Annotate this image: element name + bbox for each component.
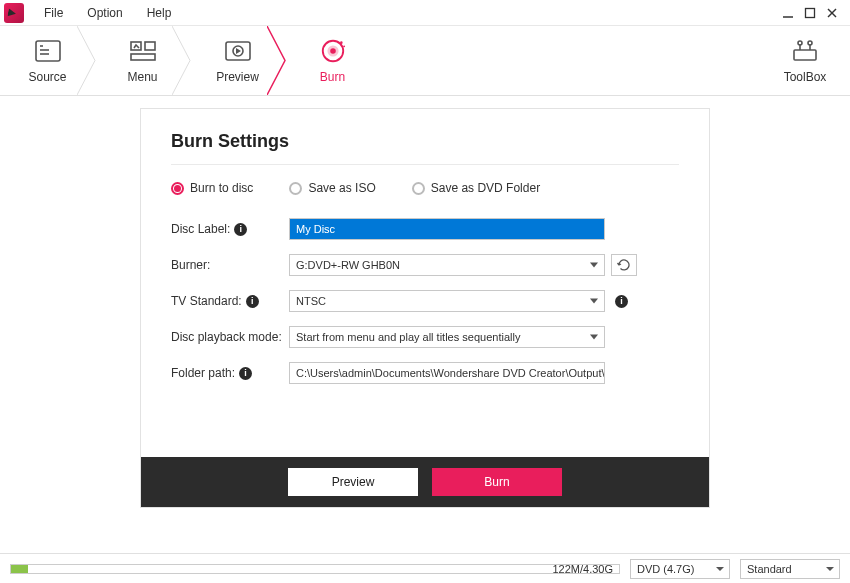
menu-help[interactable]: Help (135, 6, 184, 20)
svg-rect-10 (131, 54, 155, 60)
tab-menu-label: Menu (127, 70, 157, 84)
radio-icon (412, 182, 425, 195)
maximize-icon[interactable] (802, 5, 818, 21)
tv-standard-label: TV Standard: i (171, 294, 289, 308)
menu-file[interactable]: File (32, 6, 75, 20)
folder-path-field[interactable]: C:\Users\admin\Documents\Wondershare DVD… (289, 362, 605, 384)
svg-rect-1 (806, 8, 815, 17)
app-logo-icon (4, 3, 24, 23)
burn-settings-panel: Burn Settings Burn to disc Save as ISO S… (140, 108, 710, 508)
tab-source-label: Source (28, 70, 66, 84)
preview-button[interactable]: Preview (288, 468, 418, 496)
refresh-burner-button[interactable] (611, 254, 637, 276)
disc-usage-fill (11, 565, 28, 573)
info-icon[interactable]: i (239, 367, 252, 380)
burner-select[interactable]: G:DVD+-RW GHB0N (289, 254, 605, 276)
tab-source[interactable]: Source (0, 26, 95, 95)
tab-burn-label: Burn (320, 70, 345, 84)
playback-mode-select[interactable]: Start from menu and play all titles sequ… (289, 326, 605, 348)
folder-path-label: Folder path: i (171, 366, 289, 380)
disc-usage-bar: 122M/4.30G (10, 564, 620, 574)
tab-preview[interactable]: Preview (190, 26, 285, 95)
minimize-icon[interactable] (780, 5, 796, 21)
preview-icon (225, 38, 251, 64)
disc-usage-text: 122M/4.30G (552, 563, 613, 575)
refresh-icon (617, 258, 631, 272)
panel-title: Burn Settings (141, 109, 709, 164)
radio-burn-to-disc[interactable]: Burn to disc (171, 181, 253, 195)
tab-preview-label: Preview (216, 70, 259, 84)
menu-bar: File Option Help (0, 0, 850, 26)
quality-select[interactable]: Standard (740, 559, 840, 579)
burn-icon (320, 38, 346, 64)
menu-icon (130, 38, 156, 64)
svg-point-18 (343, 45, 345, 47)
svg-point-16 (330, 48, 336, 54)
info-icon[interactable]: i (234, 223, 247, 236)
tab-menu[interactable]: Menu (95, 26, 190, 95)
tab-toolbox-label: ToolBox (784, 70, 827, 84)
burn-button[interactable]: Burn (432, 468, 562, 496)
toolbox-icon (792, 38, 818, 64)
tab-burn[interactable]: Burn (285, 26, 380, 95)
svg-point-23 (808, 41, 812, 45)
svg-rect-9 (145, 42, 155, 50)
svg-rect-19 (794, 50, 816, 60)
radio-icon (289, 182, 302, 195)
output-type-radios: Burn to disc Save as ISO Save as DVD Fol… (141, 165, 709, 205)
tab-toolbox[interactable]: ToolBox (760, 26, 850, 95)
svg-point-17 (340, 41, 343, 44)
radio-save-dvd-folder[interactable]: Save as DVD Folder (412, 181, 540, 195)
radio-icon (171, 182, 184, 195)
svg-rect-4 (36, 41, 60, 61)
close-icon[interactable] (824, 5, 840, 21)
menu-option[interactable]: Option (75, 6, 134, 20)
playback-mode-label: Disc playback mode: (171, 330, 289, 344)
window-controls (780, 5, 850, 21)
disc-label-label: Disc Label: i (171, 222, 289, 236)
tv-standard-select[interactable]: NTSC (289, 290, 605, 312)
radio-burn-to-disc-label: Burn to disc (190, 181, 253, 195)
disc-label-input[interactable] (289, 218, 605, 240)
action-bar: Preview Burn (141, 457, 709, 507)
radio-save-dvd-folder-label: Save as DVD Folder (431, 181, 540, 195)
radio-save-iso-label: Save as ISO (308, 181, 375, 195)
status-bar: 122M/4.30G DVD (4.7G) Standard (0, 553, 850, 583)
source-icon (35, 38, 61, 64)
radio-save-iso[interactable]: Save as ISO (289, 181, 375, 195)
main-nav: Source Menu Preview Burn ToolBox (0, 26, 850, 96)
burner-label: Burner: (171, 258, 289, 272)
info-icon[interactable]: i (246, 295, 259, 308)
svg-marker-13 (236, 48, 241, 54)
disc-type-select[interactable]: DVD (4.7G) (630, 559, 730, 579)
info-icon[interactable]: i (615, 295, 628, 308)
svg-point-22 (798, 41, 802, 45)
